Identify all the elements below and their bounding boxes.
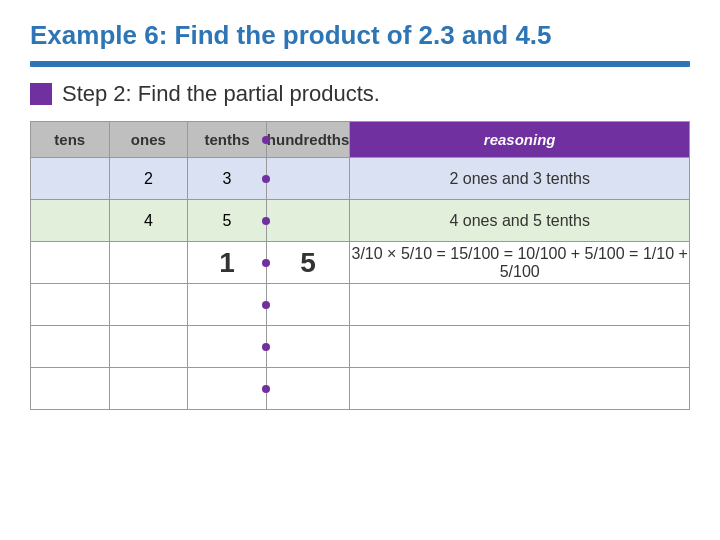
cell-e2-4 bbox=[266, 326, 350, 368]
table-row bbox=[31, 326, 690, 368]
table-row bbox=[31, 284, 690, 326]
table-row: 2 3 2 ones and 3 tenths bbox=[31, 158, 690, 200]
cell-e1-4 bbox=[266, 284, 350, 326]
decimal-dot-row5 bbox=[262, 343, 270, 351]
table-row: 4 5 4 ones and 5 tenths bbox=[31, 200, 690, 242]
cell-e3-5 bbox=[350, 368, 690, 410]
cell-tens-3 bbox=[31, 242, 110, 284]
cell-hundredths-1 bbox=[266, 158, 350, 200]
cell-reasoning-3: 3/10 × 5/10 = 15/100 = 10/100 + 5/100 = … bbox=[350, 242, 690, 284]
page-title: Example 6: Find the product of 2.3 and 4… bbox=[30, 20, 690, 51]
cell-e2-5 bbox=[350, 326, 690, 368]
cell-tens-2 bbox=[31, 200, 110, 242]
cell-e1-3 bbox=[188, 284, 267, 326]
cell-ones-2: 4 bbox=[109, 200, 188, 242]
cell-reasoning-1: 2 ones and 3 tenths bbox=[350, 158, 690, 200]
table-row bbox=[31, 368, 690, 410]
cell-tens-1 bbox=[31, 158, 110, 200]
title-prefix: Example 6: bbox=[30, 20, 167, 50]
cell-e3-1 bbox=[31, 368, 110, 410]
page: Example 6: Find the product of 2.3 and 4… bbox=[0, 0, 720, 540]
decimal-dot-row1 bbox=[262, 175, 270, 183]
cell-ones-3 bbox=[109, 242, 188, 284]
cell-e1-1 bbox=[31, 284, 110, 326]
cell-e1-5 bbox=[350, 284, 690, 326]
cell-e3-3 bbox=[188, 368, 267, 410]
cell-e1-2 bbox=[109, 284, 188, 326]
decimal-dot-row4 bbox=[262, 301, 270, 309]
table-header-row: tens ones tenths hundredths reasoning bbox=[31, 122, 690, 158]
bullet-icon bbox=[30, 83, 52, 105]
decimal-dot-row2 bbox=[262, 217, 270, 225]
decimal-dot-row3 bbox=[262, 259, 270, 267]
cell-hundredths-3: 5 bbox=[266, 242, 350, 284]
cell-e2-3 bbox=[188, 326, 267, 368]
cell-e2-1 bbox=[31, 326, 110, 368]
cell-tenths-1: 3 bbox=[188, 158, 267, 200]
cell-e3-4 bbox=[266, 368, 350, 410]
cell-hundredths-2 bbox=[266, 200, 350, 242]
header-hundredths: hundredths bbox=[266, 122, 350, 158]
divider-bar bbox=[30, 61, 690, 67]
cell-tenths-3: 1 bbox=[188, 242, 267, 284]
cell-e3-2 bbox=[109, 368, 188, 410]
cell-tenths-2: 5 bbox=[188, 200, 267, 242]
header-tens: tens bbox=[31, 122, 110, 158]
title-suffix: Find the product of 2.3 and 4.5 bbox=[167, 20, 551, 50]
table-row: 1 5 3/10 × 5/10 = 15/100 = 10/100 + 5/10… bbox=[31, 242, 690, 284]
decimal-dot-row6 bbox=[262, 385, 270, 393]
header-tenths: tenths bbox=[188, 122, 267, 158]
cell-e2-2 bbox=[109, 326, 188, 368]
cell-reasoning-2: 4 ones and 5 tenths bbox=[350, 200, 690, 242]
cell-ones-1: 2 bbox=[109, 158, 188, 200]
decimal-dot-header bbox=[262, 136, 270, 144]
partial-products-table: tens ones tenths hundredths reasoning 2 … bbox=[30, 121, 690, 410]
header-reasoning: reasoning bbox=[350, 122, 690, 158]
step-row: Step 2: Find the partial products. bbox=[30, 81, 690, 107]
header-ones: ones bbox=[109, 122, 188, 158]
step-label: Step 2: Find the partial products. bbox=[62, 81, 380, 107]
